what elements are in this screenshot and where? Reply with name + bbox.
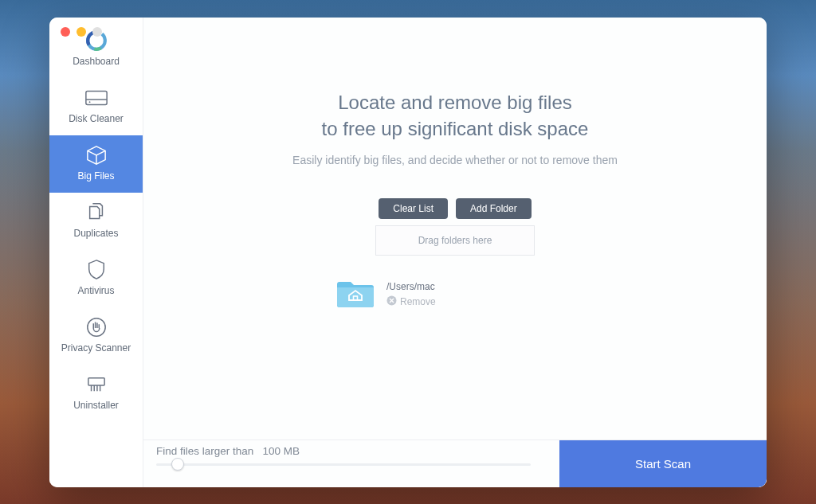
content-area: Locate and remove big files to free up s… bbox=[143, 18, 767, 440]
sidebar-item-label: Big Files bbox=[77, 170, 114, 182]
svg-rect-3 bbox=[85, 91, 106, 104]
hero-heading-line1: Locate and remove big files bbox=[338, 89, 572, 116]
duplicate-files-icon bbox=[84, 202, 109, 223]
home-folder-icon bbox=[335, 276, 375, 313]
maximize-window-button[interactable] bbox=[92, 27, 102, 37]
drive-icon bbox=[84, 88, 109, 108]
hand-stop-icon bbox=[84, 317, 109, 338]
folder-dropzone[interactable]: Drag folders here bbox=[375, 225, 535, 256]
app-window: Dashboard Disk Cleaner bbox=[49, 18, 767, 487]
minimize-window-button[interactable] bbox=[76, 27, 86, 37]
dropzone-hint: Drag folders here bbox=[418, 235, 492, 246]
svg-point-6 bbox=[87, 318, 104, 335]
sidebar-item-label: Duplicates bbox=[73, 228, 118, 239]
filter-label: Find files larger than 100 MB bbox=[156, 445, 547, 457]
window-controls bbox=[61, 27, 102, 37]
size-filter: Find files larger than 100 MB bbox=[143, 440, 559, 487]
sidebar-item-disk-cleaner[interactable]: Disk Cleaner bbox=[49, 78, 143, 135]
shredder-icon bbox=[84, 374, 109, 395]
filter-label-prefix: Find files larger than bbox=[156, 445, 253, 457]
sidebar-item-duplicates[interactable]: Duplicates bbox=[49, 193, 143, 250]
folder-list-item: /Users/mac Remove bbox=[335, 276, 575, 313]
remove-icon bbox=[386, 295, 397, 308]
filter-value: 100 MB bbox=[263, 445, 300, 457]
folder-path: /Users/mac bbox=[386, 281, 436, 292]
remove-label: Remove bbox=[400, 296, 436, 307]
sidebar-item-big-files[interactable]: Big Files bbox=[49, 135, 143, 193]
shield-icon bbox=[84, 260, 109, 280]
main-panel: Start Over Combo Cleaner Upgrade to Prem… bbox=[143, 18, 767, 487]
action-buttons: Clear List Add Folder bbox=[379, 198, 531, 219]
sidebar-item-label: Privacy Scanner bbox=[61, 342, 131, 354]
sidebar-item-uninstaller[interactable]: Uninstaller bbox=[49, 365, 143, 422]
bottom-bar: Find files larger than 100 MB Start Scan bbox=[143, 440, 767, 487]
clear-list-button[interactable]: Clear List bbox=[379, 198, 448, 219]
sidebar-item-privacy-scanner[interactable]: Privacy Scanner bbox=[49, 307, 143, 365]
svg-point-5 bbox=[88, 101, 90, 103]
svg-rect-7 bbox=[88, 377, 104, 385]
close-window-button[interactable] bbox=[61, 27, 70, 37]
hero-heading-line2: to free up significant disk space bbox=[322, 115, 589, 143]
hero-subtitle: Easily identify big files, and decide wh… bbox=[292, 154, 618, 166]
sidebar-item-antivirus[interactable]: Antivirus bbox=[49, 250, 143, 307]
sidebar-item-label: Antivirus bbox=[77, 285, 114, 296]
add-folder-button[interactable]: Add Folder bbox=[456, 198, 532, 219]
size-slider[interactable] bbox=[156, 463, 531, 466]
sidebar: Dashboard Disk Cleaner bbox=[49, 18, 143, 487]
slider-thumb[interactable] bbox=[171, 458, 184, 471]
start-scan-button[interactable]: Start Scan bbox=[559, 440, 767, 487]
sidebar-item-label: Disk Cleaner bbox=[69, 113, 124, 124]
box-icon bbox=[84, 145, 109, 166]
sidebar-item-label: Uninstaller bbox=[73, 400, 119, 411]
remove-folder-button[interactable]: Remove bbox=[386, 295, 436, 308]
sidebar-item-label: Dashboard bbox=[73, 56, 120, 67]
